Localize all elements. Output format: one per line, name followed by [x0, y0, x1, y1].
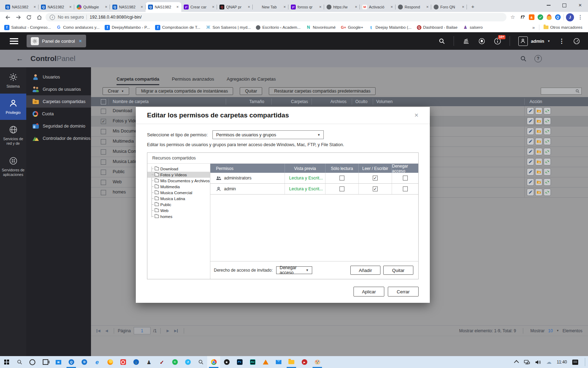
sidebar-item-seguridad-de-dominio[interactable]: Seguridad de dominio [26, 120, 91, 132]
row-checkbox[interactable] [101, 139, 106, 144]
checkmark-icon[interactable]: ✓ [155, 356, 168, 368]
main-menu-icon[interactable] [10, 41, 18, 42]
flame-extension-icon[interactable] [545, 14, 553, 21]
plane-icon[interactable]: ✈ [181, 356, 194, 368]
tree-folder-item[interactable]: Web [147, 207, 210, 213]
edit-properties-icon[interactable] [527, 168, 534, 176]
row-checkbox[interactable] [101, 190, 106, 195]
clock[interactable]: 11:40 [557, 360, 567, 364]
cortana-icon[interactable] [26, 356, 39, 368]
edit-shared-folder-permissions-icon[interactable] [535, 148, 542, 155]
edit-properties-icon[interactable] [527, 117, 534, 125]
sidebar-item-controlador-de-dominios[interactable]: Controlador de dominios [26, 132, 91, 144]
address-bar[interactable]: i No es seguro 192.168.0.40:8080/cgi-bin… [46, 13, 506, 21]
person-icon[interactable]: ♟ [142, 356, 155, 368]
refresh-icon[interactable] [544, 148, 551, 155]
bookmark-item[interactable]: Salsaluz - Congreso... [4, 25, 51, 30]
edit-properties-icon[interactable] [527, 128, 534, 135]
last-page-button[interactable]: ▶ [174, 329, 178, 333]
back-arrow-icon[interactable]: ← [16, 54, 23, 63]
dashboard-icon[interactable] [573, 38, 580, 45]
rail-item-servicios-de-red-y-de[interactable]: Servicios de red y de [0, 120, 26, 151]
mail-icon[interactable] [272, 356, 285, 368]
sidebar-item-cuota[interactable]: Cuota [26, 108, 91, 120]
tab-close-icon[interactable]: ✕ [176, 5, 179, 9]
edit-shared-folder-permissions-icon[interactable] [535, 117, 542, 125]
tree-folder-item[interactable]: Multimedia [147, 184, 210, 190]
toolbar-button[interactable]: Quitar [240, 87, 262, 95]
first-page-button[interactable]: ◀ [97, 329, 100, 333]
chevron-down-icon[interactable]: ▼ [556, 329, 559, 332]
tree-folder-item[interactable]: Musica Latina [147, 196, 210, 202]
refresh-icon[interactable] [544, 178, 551, 186]
irfanview-icon[interactable]: ▶ [298, 356, 311, 368]
network-icon[interactable] [524, 360, 530, 365]
forward-button[interactable] [14, 13, 22, 21]
preview-link[interactable]: Lectura y Escrit... [285, 184, 325, 194]
bookmark-item[interactable]: Deejay Malambo (... [369, 25, 412, 30]
edit-shared-folder-permissions-icon[interactable] [535, 138, 542, 145]
sync-icon[interactable]: ↻ [78, 356, 91, 368]
tab-close-icon[interactable]: ✕ [462, 5, 464, 9]
tree-folder-item[interactable]: Musica Comercial [147, 190, 210, 196]
tab-close-icon[interactable]: ✕ [212, 5, 215, 9]
tab-close-icon[interactable]: ✕ [283, 5, 286, 9]
url-text[interactable]: 192.168.0.40:8080/cgi-bin/ [90, 15, 141, 20]
tray-expand-icon[interactable] [514, 360, 519, 365]
sidebar-item-grupos-de-usuarios[interactable]: Grupos de usuarios [26, 83, 91, 95]
browser-tab[interactable]: NAS1982 ✕ [146, 2, 181, 12]
site-info-icon[interactable]: i [50, 15, 55, 20]
app-tab-panel-de-control[interactable]: Panel de control ✕ [27, 35, 86, 47]
window-close-button[interactable]: ✕ [572, 0, 588, 11]
preview-link[interactable]: Lectura y Escrit... [285, 173, 325, 183]
edit-properties-icon[interactable] [527, 138, 534, 145]
browser-tab[interactable]: QuMagie ✕ [74, 2, 110, 12]
home-button[interactable] [35, 13, 43, 21]
row-checkbox[interactable] [101, 149, 106, 155]
add-button[interactable]: Añadir [350, 266, 380, 275]
tab-close-icon[interactable]: ✕ [319, 5, 322, 9]
read-write-checkbox[interactable] [373, 176, 378, 180]
toolbar-button[interactable]: Restaurar carpetas compartidas predeterm… [269, 87, 376, 95]
sidebar-item-usuarios[interactable]: Usuarios [26, 71, 91, 83]
page-number-input[interactable]: 1 [134, 327, 150, 334]
bookmark-item[interactable]: salsero [463, 25, 483, 30]
browser-tab[interactable]: NAS1982 ✕ [38, 2, 74, 12]
table-search-input[interactable] [541, 88, 582, 95]
bookmark-item[interactable]: DeejayMalambo - P... [105, 25, 150, 30]
internet-explorer-icon[interactable]: e [91, 356, 104, 368]
tree-folder-item[interactable]: Public [147, 202, 210, 207]
column-header[interactable]: Tamaño [226, 97, 264, 106]
edit-properties-icon[interactable] [527, 189, 534, 196]
rail-item-servidores-de-aplicaciones[interactable]: Servidores de aplicaciones [0, 151, 26, 182]
permission-type-select[interactable]: Permisos de usuarios y grupos ▼ [212, 130, 324, 139]
downloader-icon[interactable]: ↓ [130, 356, 142, 368]
more-options-icon[interactable]: ⋮ [559, 38, 565, 45]
tab-close-icon[interactable]: ✕ [140, 5, 143, 9]
function-lookup-extension-icon[interactable]: f? [519, 14, 526, 21]
tab-close-icon[interactable]: ✕ [390, 5, 393, 9]
read-write-checkbox[interactable] [373, 186, 378, 191]
row-checkbox[interactable] [101, 170, 106, 175]
browser-tab[interactable]: Activació ✕ [360, 2, 396, 12]
back-button[interactable] [4, 13, 12, 21]
refresh-icon[interactable] [544, 128, 551, 135]
help-icon[interactable]: ? [534, 55, 542, 62]
tree-folder-item[interactable]: Download [147, 166, 210, 172]
new-tab-button[interactable]: + [468, 2, 477, 11]
bookmark-star-icon[interactable]: ☆ [509, 13, 517, 21]
browser-tab[interactable]: Respond ✕ [396, 2, 431, 12]
bookmark-item[interactable]: Google+ [341, 25, 363, 30]
bookmark-item[interactable]: Dashboard - Bailae [417, 25, 457, 30]
other-bookmarks-button[interactable]: Otros marcadores [544, 25, 582, 29]
window-maximize-button[interactable] [556, 0, 572, 11]
photos-icon[interactable] [52, 356, 65, 368]
shopping-extension-icon[interactable]: a [528, 14, 535, 21]
permission-row[interactable]: administrators Lectura y Escrit... [210, 173, 418, 184]
app-tab-close-icon[interactable]: ✕ [79, 39, 82, 43]
page-size-value[interactable]: 10 [548, 328, 553, 333]
guest-access-select[interactable]: Denegar acceso ▼ [276, 266, 312, 274]
bookmark-item[interactable]: Comprobacion de T... [155, 25, 200, 30]
onedrive-cloud-icon[interactable]: ☁ [546, 359, 552, 365]
browser-menu-icon[interactable]: ⋮ [576, 13, 584, 21]
